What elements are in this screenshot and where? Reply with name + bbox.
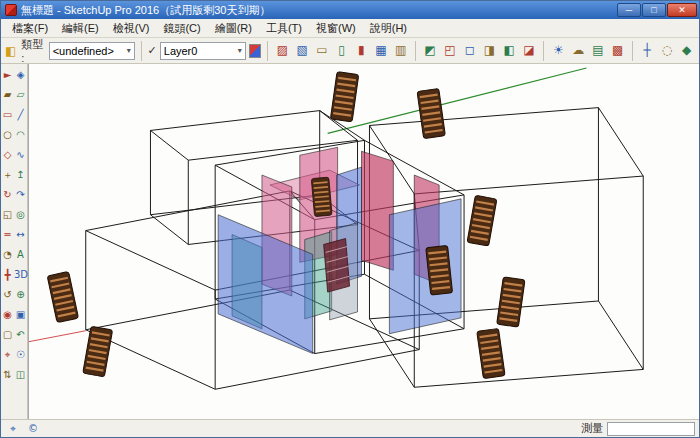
drawing-canvas[interactable] (28, 64, 699, 419)
louver-component[interactable] (426, 245, 453, 295)
menu-edit[interactable]: 編輯(E) (55, 19, 106, 38)
hidden-line-icon[interactable]: ▯ (333, 41, 350, 60)
louver-component[interactable] (311, 177, 332, 216)
layer-value: Layer0 (164, 45, 198, 57)
paint-bucket-tool[interactable]: ▰ (1, 85, 14, 105)
3d-text-tool[interactable]: 3D (14, 265, 27, 285)
zoom-extents-tool[interactable]: ▢ (1, 325, 14, 345)
zoom-tool[interactable]: ◉ (1, 305, 14, 325)
rectangle-tool[interactable]: ▭ (1, 105, 14, 125)
rotate-tool[interactable]: ↻ (1, 185, 14, 205)
menu-view[interactable]: 檢視(V) (106, 19, 157, 38)
left-view-icon[interactable]: ◪ (521, 41, 538, 60)
wireframe-icon[interactable]: ▭ (313, 41, 330, 60)
right-view-icon[interactable]: ◨ (481, 41, 498, 60)
freehand-tool[interactable]: ∿ (14, 145, 27, 165)
credits-icon[interactable]: © (25, 422, 41, 436)
in-model-components-icon[interactable]: ◆ (678, 41, 695, 60)
walk-tool[interactable]: ⇅ (1, 365, 14, 385)
menubar: 檔案(F) 編輯(E) 檢視(V) 鏡頭(C) 繪圖(R) 工具(T) 視窗(W… (1, 19, 699, 38)
tape-measure-tool[interactable]: ═ (1, 225, 14, 245)
circle-tool[interactable]: ○ (1, 125, 14, 145)
push-pull-tool[interactable]: ↥ (14, 165, 27, 185)
maximize-button[interactable]: □ (642, 3, 666, 17)
shadows-icon[interactable]: ☀ (550, 41, 567, 60)
orbit-tool[interactable]: ↺ (1, 285, 14, 305)
toolbar-separator (141, 41, 142, 61)
section-plane-tool[interactable]: ◫ (14, 365, 27, 385)
menu-file[interactable]: 檔案(F) (5, 19, 55, 38)
toolbar-separator (415, 41, 416, 61)
louver-component[interactable] (477, 328, 505, 378)
front-view-icon[interactable]: ◻ (461, 41, 478, 60)
close-button[interactable]: ✕ (667, 3, 697, 17)
louver-component[interactable] (497, 277, 525, 327)
window-controls: ─ □ ✕ (617, 3, 697, 17)
statusbar: ⌖ © 測量 (1, 419, 699, 437)
text-tool[interactable]: A (14, 245, 27, 265)
protractor-tool[interactable]: ◔ (1, 245, 14, 265)
louver-component[interactable] (330, 72, 358, 122)
tool-palette: ► ◈ ▰ ▱ ▭ ╱ ○ ◠ ◇ ∿ ＋ ↥ ↻ ↷ ◱ ◎ ═ ↔ ◔ A … (1, 64, 28, 419)
chevron-down-icon: ▾ (238, 46, 242, 55)
chevron-down-icon: ▾ (127, 46, 131, 55)
sketchup-logo-icon (5, 4, 17, 16)
polygon-tool[interactable]: ◇ (1, 145, 14, 165)
minimize-button[interactable]: ─ (617, 3, 641, 17)
menu-draw[interactable]: 繪圖(R) (208, 19, 259, 38)
monochrome-icon[interactable]: ▥ (392, 41, 409, 60)
toolbar: ◧ 類型 : <undefined> ▾ ✓ Layer0 ▾ ▨ ▧ ▭ ▯ … (1, 38, 699, 64)
shaded-icon[interactable]: ▮ (353, 41, 370, 60)
measurement-label: 測量 (581, 421, 603, 436)
back-edges-icon[interactable]: ▧ (294, 41, 311, 60)
dimension-tool[interactable]: ↔ (14, 225, 27, 245)
shaded-textures-icon[interactable]: ▦ (373, 41, 390, 60)
3d-viewport (29, 64, 699, 419)
look-around-tool[interactable]: ☉ (14, 345, 27, 365)
window-title: 無標題 - SketchUp Pro 2016（試用版剩30天到期） (21, 3, 613, 18)
axes-display-icon[interactable]: ┼ (639, 41, 656, 60)
menu-window[interactable]: 視窗(W) (309, 19, 363, 38)
classification-tag-icon: ◧ (5, 44, 16, 58)
titlebar: 無標題 - SketchUp Pro 2016（試用版剩30天到期） ─ □ ✕ (1, 1, 699, 19)
back-view-icon[interactable]: ◧ (501, 41, 518, 60)
line-tool[interactable]: ╱ (14, 105, 27, 125)
geo-location-icon[interactable]: ⌖ (5, 422, 21, 436)
louver-component[interactable] (417, 88, 445, 138)
classification-dropdown[interactable]: <undefined> ▾ (49, 42, 135, 60)
iso-view-icon[interactable]: ◩ (422, 41, 439, 60)
layer-dropdown[interactable]: Layer0 ▾ (160, 42, 246, 60)
layer-visible-check-icon: ✓ (148, 44, 157, 57)
scale-tool[interactable]: ◱ (1, 205, 14, 225)
main-area: ► ◈ ▰ ▱ ▭ ╱ ○ ◠ ◇ ∿ ＋ ↥ ↻ ↷ ◱ ◎ ═ ↔ ◔ A … (1, 64, 699, 419)
offset-tool[interactable]: ◎ (14, 205, 27, 225)
toolbar-separator (543, 41, 544, 61)
move-tool[interactable]: ＋ (1, 165, 14, 185)
menu-help[interactable]: 說明(H) (363, 19, 414, 38)
classification-label: 類型 : (21, 37, 45, 64)
axes-tool[interactable]: ╋ (1, 265, 14, 285)
fog-icon[interactable]: ☁ (570, 41, 587, 60)
menu-camera[interactable]: 鏡頭(C) (156, 19, 207, 38)
louver-component[interactable] (83, 326, 113, 377)
zoom-window-tool[interactable]: ▣ (14, 305, 27, 325)
make-component-tool[interactable]: ◈ (14, 65, 27, 85)
louver-component[interactable] (47, 271, 78, 322)
position-camera-tool[interactable]: ⌖ (1, 345, 14, 365)
arc-tool[interactable]: ◠ (14, 125, 27, 145)
xray-icon[interactable]: ▨ (274, 41, 291, 60)
hide-rest-of-model-icon[interactable]: ◌ (659, 41, 676, 60)
eraser-tool[interactable]: ▱ (14, 85, 27, 105)
pan-tool[interactable]: ⊕ (14, 285, 27, 305)
section-plane-display-icon[interactable]: ▤ (590, 41, 607, 60)
select-tool[interactable]: ► (1, 65, 14, 85)
section-cuts-icon[interactable]: ▩ (609, 41, 626, 60)
menu-tools[interactable]: 工具(T) (259, 19, 309, 38)
interior-object[interactable] (324, 239, 350, 293)
top-view-icon[interactable]: ◰ (442, 41, 459, 60)
measurement-input[interactable] (607, 422, 695, 436)
layer-color-chip[interactable] (249, 44, 261, 58)
louver-component[interactable] (467, 195, 497, 246)
follow-me-tool[interactable]: ↷ (14, 185, 27, 205)
previous-view-tool[interactable]: ↶ (14, 325, 27, 345)
